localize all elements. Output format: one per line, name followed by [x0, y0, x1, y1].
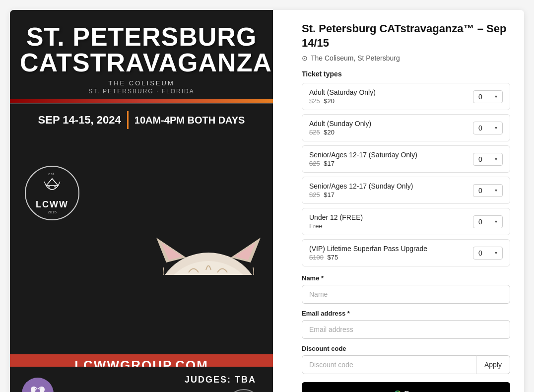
qty-chevron-1: ▾ [495, 125, 497, 131]
lcww-est: est. [36, 172, 68, 176]
ticket-row-2: Senior/Ages 12-17 (Saturday Only) $25 $1… [302, 145, 510, 173]
judges-text: JUDGES: TBA [185, 375, 256, 385]
current-price-5: $75 [328, 254, 338, 261]
current-price-3: $17 [324, 191, 334, 198]
current-price-1: $20 [324, 129, 334, 136]
meserve-circle [22, 378, 54, 392]
name-section: Name * [302, 274, 510, 310]
discount-section: Discount code Apply [302, 345, 510, 374]
original-price-3: $25 [309, 191, 320, 198]
ticket-row-3: Senior/Ages 12-17 (Sunday Only) $25 $17 … [302, 177, 510, 204]
original-price-0: $25 [309, 97, 320, 105]
poster-title-line1: ST. PETERSBURG [20, 24, 263, 50]
ticket-price-2: $25 $17 [309, 160, 417, 167]
date-divider [127, 111, 129, 129]
lcww-year: 2015 [36, 210, 68, 214]
ticket-price-0: $25 $20 [309, 97, 376, 105]
ticket-info-0: Adult (Saturday Only) $25 $20 [309, 88, 376, 105]
gpay-button[interactable]: G Pay [302, 382, 510, 392]
qty-selector-5[interactable]: 0 ▾ [473, 247, 503, 260]
ticket-price-4: Free [309, 222, 363, 230]
ticket-name-0: Adult (Saturday Only) [309, 88, 376, 96]
qty-chevron-0: ▾ [495, 94, 497, 99]
qty-value-5: 0 [478, 249, 482, 257]
ticket-price-1: $25 $20 [309, 129, 371, 136]
page-container: ST. PETERSBURG CATSTRAVAGANZA™ THE COLIS… [10, 10, 524, 392]
ticket-types-label: Ticket types [302, 70, 510, 78]
ticket-price-5: $100 $75 [309, 254, 427, 261]
svg-marker-0 [46, 179, 58, 186]
cat-illustration [129, 223, 263, 275]
poster-title-line2: CATSTRAVAGANZA™ [20, 50, 263, 75]
qty-selector-1[interactable]: 0 ▾ [473, 122, 503, 134]
bottom-lcww-badge [226, 389, 261, 392]
event-poster: ST. PETERSBURG CATSTRAVAGANZA™ THE COLIS… [10, 10, 273, 392]
lcww-badge: est. LCWW 2015 [25, 166, 79, 220]
svg-point-3 [48, 186, 50, 188]
qty-chevron-3: ▾ [495, 188, 497, 193]
name-input[interactable] [302, 285, 510, 304]
ticket-info-4: Under 12 (FREE) Free [309, 213, 363, 230]
ticket-row-4: Under 12 (FREE) Free 0 ▾ [302, 208, 510, 235]
svg-line-1 [44, 182, 46, 186]
location-text: The Coliseum, St Petersburg [311, 54, 400, 62]
original-price-5: $100 [309, 254, 324, 261]
current-price-2: $17 [324, 160, 334, 167]
qty-value-4: 0 [478, 218, 482, 226]
location-icon: ⊙ [302, 54, 308, 62]
qty-value-2: 0 [478, 155, 482, 163]
current-price-0: $20 [324, 97, 334, 105]
ticket-name-5: (VIP) Lifetime Superfan Pass Upgrade [309, 245, 427, 253]
discount-input[interactable] [302, 355, 476, 374]
ticket-price-3: $25 $17 [309, 191, 413, 198]
poster-date: SEP 14-15, 2024 [38, 114, 121, 127]
ticket-name-2: Senior/Ages 12-17 (Saturday Only) [309, 151, 417, 159]
qty-value-3: 0 [478, 187, 482, 195]
qty-value-0: 0 [478, 93, 482, 101]
gpay-g-icon: G [394, 389, 401, 392]
email-input[interactable] [302, 320, 510, 339]
qty-chevron-2: ▾ [495, 156, 497, 162]
ticket-panel: St. Petersburg CATstravaganza™ – Sep 14/… [288, 10, 524, 392]
event-location: ⊙ The Coliseum, St Petersburg [302, 54, 510, 62]
ticket-name-3: Senior/Ages 12-17 (Sunday Only) [309, 182, 413, 190]
name-label: Name * [302, 274, 510, 282]
qty-selector-3[interactable]: 0 ▾ [473, 184, 503, 197]
ticket-info-5: (VIP) Lifetime Superfan Pass Upgrade $10… [309, 245, 427, 261]
ticket-name-1: Adult (Sunday Only) [309, 120, 371, 128]
ticket-info-3: Senior/Ages 12-17 (Sunday Only) $25 $17 [309, 182, 413, 198]
cat-area: est. LCWW 2015 [10, 136, 273, 275]
email-section: Email address * [302, 310, 510, 345]
email-label: Email address * [302, 310, 510, 317]
apply-button[interactable]: Apply [476, 355, 510, 374]
ticket-info-1: Adult (Sunday Only) $25 $20 [309, 120, 371, 136]
meserve-logo: THE MESERVE FOUNDATION LOVED ALL CATS WO… [22, 378, 95, 392]
ticket-row-0: Adult (Saturday Only) $25 $20 0 ▾ [302, 83, 510, 110]
poster-title: ST. PETERSBURG CATSTRAVAGANZA™ THE COLIS… [10, 10, 273, 99]
gpay-label: Pay [404, 390, 418, 392]
qty-value-1: 0 [478, 124, 482, 132]
ticket-row-1: Adult (Sunday Only) $25 $20 0 ▾ [302, 114, 510, 141]
qty-selector-0[interactable]: 0 ▾ [473, 90, 503, 103]
discount-label: Discount code [302, 345, 510, 352]
poster-venue-line2: ST. PETERSBURG · FLORIDA [20, 88, 263, 95]
current-price-4: Free [309, 222, 323, 230]
svg-line-2 [58, 182, 60, 186]
original-price-1: $25 [309, 129, 320, 136]
lcww-text: LCWW [36, 199, 68, 210]
qty-selector-4[interactable]: 0 ▾ [473, 215, 503, 228]
discount-row: Apply [302, 355, 510, 374]
original-price-2: $25 [309, 160, 320, 167]
poster-time: 10AM-4PM BOTH DAYS [134, 115, 245, 126]
ticket-info-2: Senior/Ages 12-17 (Saturday Only) $25 $1… [309, 151, 417, 167]
event-title: St. Petersburg CATstravaganza™ – Sep 14/… [302, 22, 510, 50]
svg-point-4 [54, 186, 56, 188]
poster-date-row: SEP 14-15, 2024 10AM-4PM BOTH DAYS [10, 104, 273, 136]
qty-selector-2[interactable]: 0 ▾ [473, 153, 503, 166]
qty-chevron-4: ▾ [495, 219, 497, 224]
qty-chevron-5: ▾ [495, 250, 497, 256]
poster-venue-line1: THE COLISEUM [20, 79, 263, 87]
ticket-row-5: (VIP) Lifetime Superfan Pass Upgrade $10… [302, 239, 510, 266]
poster-bottom: THE MESERVE FOUNDATION LOVED ALL CATS WO… [10, 367, 273, 392]
ticket-name-4: Under 12 (FREE) [309, 213, 363, 221]
